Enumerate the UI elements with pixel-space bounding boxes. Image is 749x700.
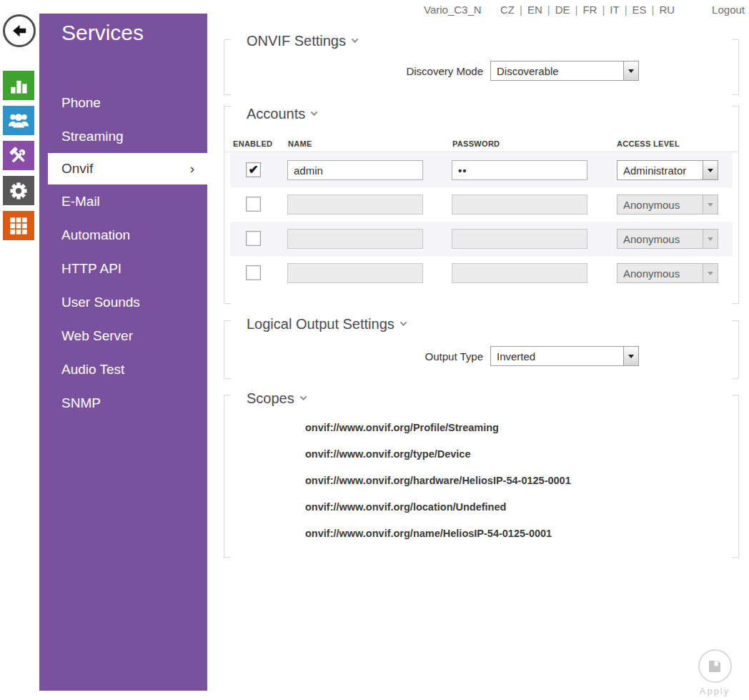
language-link-fr[interactable]: FR [570,4,597,16]
language-link-ru[interactable]: RU [647,4,675,16]
account-name-input[interactable] [287,194,423,215]
language-link-it[interactable]: IT [597,4,619,16]
discovery-mode-select[interactable]: Discoverable [490,61,639,81]
discovery-mode-value: Discoverable [491,61,623,80]
chevron-down-icon [400,319,407,326]
sidebar-item-streaming[interactable]: Streaming [39,119,207,153]
account-name-input[interactable] [287,229,423,249]
account-password-input[interactable] [452,194,587,215]
chevron-down-icon [311,109,318,116]
sidebar-item-snmp[interactable]: SNMP [39,386,207,420]
column-header-access-level: ACCESS LEVEL [617,139,680,148]
account-row-4: Anonymous [230,256,733,290]
language-link-cz[interactable]: CZ [500,4,515,16]
section-header-scopes[interactable]: Scopes [247,390,309,407]
dropdown-button [703,195,718,214]
sidebar-item-http-api[interactable]: HTTP API [39,252,207,285]
grid-icon [7,215,30,237]
access-level-select: Anonymous [617,194,718,215]
section-header-accounts[interactable]: Accounts [247,106,319,122]
account-password-input[interactable] [452,263,587,283]
section-title-text: Scopes [247,390,294,407]
dropdown-button[interactable] [703,161,718,179]
account-name-input[interactable] [287,160,423,180]
output-type-select[interactable]: Inverted [490,346,639,366]
enabled-checkbox[interactable] [246,231,261,246]
access-level-select[interactable]: Administrator [617,160,718,180]
section-header-onvif-settings[interactable]: ONVIF Settings [247,33,360,49]
account-password-input[interactable] [452,229,587,249]
section-scopes: Scopes onvif://www.onvif.org/Profile/Str… [224,395,739,558]
scope-entry: onvif://www.onvif.org/location/Undefined [305,501,506,513]
access-level-value: Anonymous [617,230,703,248]
dropdown-arrow-icon [708,169,713,172]
sidebar-item-audio-test[interactable]: Audio Test [39,353,207,386]
sidebar-item-user-sounds[interactable]: User Sounds [39,285,207,319]
account-row-2: Anonymous [230,187,733,222]
access-level-select: Anonymous [617,229,718,249]
tools-icon [6,144,31,167]
section-title-text: Logical Output Settings [247,316,395,332]
column-header-name: NAME [288,139,312,148]
section-logical-output-settings: Logical Output Settings Output Type Inve… [224,320,739,379]
account-name-input[interactable] [287,263,423,283]
dropdown-button [703,264,718,282]
directory-nav-button[interactable] [3,106,34,135]
apply-button-circle[interactable] [698,649,732,683]
access-level-value: Anonymous [617,195,703,214]
modules-nav-button[interactable] [3,211,34,240]
statistics-nav-button[interactable] [3,71,34,100]
language-link-en[interactable]: EN [515,4,542,16]
save-floppy-icon [706,658,723,675]
chevron-right-icon: › [190,153,194,184]
language-switcher: CZENDEFRITESRU [500,4,675,16]
output-type-label: Output Type [224,350,483,363]
dropdown-button[interactable] [623,61,638,80]
dropdown-button [703,230,718,248]
section-onvif-settings: ONVIF Settings Discovery Mode Discoverab… [224,39,739,95]
back-button[interactable] [3,14,36,47]
access-level-value: Administrator [617,161,703,179]
section-title-text: Accounts [247,106,305,122]
chart-icon [6,74,31,97]
chevron-down-icon [299,393,307,400]
dropdown-arrow-icon [708,237,713,241]
dropdown-arrow-icon [628,69,634,73]
scope-entry: onvif://www.onvif.org/name/HeliosIP-54-0… [305,528,552,539]
sidebar-item-web-server[interactable]: Web Server [39,319,207,353]
access-level-select: Anonymous [617,263,718,283]
language-link-es[interactable]: ES [620,4,647,16]
apply-button-label: Apply [695,686,735,696]
hardware-nav-button[interactable] [3,141,34,170]
enabled-checkbox[interactable] [246,265,261,280]
back-arrow-icon [10,21,29,40]
system-nav-button[interactable] [3,176,34,205]
enabled-checkbox[interactable]: ✔ [246,162,261,177]
sidebar-item-phone[interactable]: Phone [39,86,207,119]
scope-entry: onvif://www.onvif.org/hardware/HeliosIP-… [305,475,571,486]
account-row-3: Anonymous [230,222,733,256]
scope-entry: onvif://www.onvif.org/Profile/Streaming [305,422,499,433]
language-link-de[interactable]: DE [542,4,570,16]
section-header-logical-output[interactable]: Logical Output Settings [247,316,409,332]
discovery-mode-label: Discovery Mode [224,65,483,77]
section-accounts: Accounts ENABLED NAME PASSWORD ACCESS LE… [224,106,739,304]
account-password-input[interactable] [452,160,587,180]
enabled-checkbox[interactable] [246,197,261,212]
dropdown-arrow-icon [708,203,713,207]
dropdown-arrow-icon [628,355,634,358]
apply-button[interactable]: Apply [695,649,735,696]
section-title-text: ONVIF Settings [247,33,346,49]
users-icon [6,109,31,133]
logout-link[interactable]: Logout [712,4,745,16]
sidebar-item-onvif[interactable]: Onvif › [48,153,207,184]
table-separator [224,152,738,152]
dropdown-button[interactable] [623,347,638,365]
sidebar-item-automation[interactable]: Automation [39,218,207,252]
output-type-value: Inverted [491,347,623,365]
sidebar-menu: Phone Streaming Onvif › E-Mail Automatio… [39,86,207,420]
page-title: Services [61,21,144,45]
column-header-enabled: ENABLED [233,139,272,148]
app-window: Vario_C3_N CZENDEFRITESRU Logout [0,0,749,700]
sidebar-item-email[interactable]: E-Mail [39,184,207,218]
